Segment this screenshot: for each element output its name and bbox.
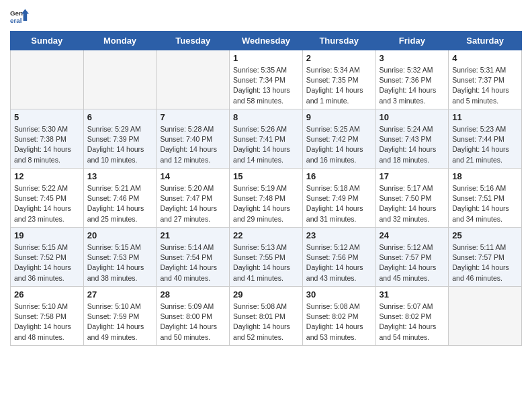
cell-info: Sunrise: 5:10 AMSunset: 7:58 PMDaylight:…: [14, 302, 80, 342]
calendar-cell: 27Sunrise: 5:10 AMSunset: 7:59 PMDayligh…: [83, 287, 157, 346]
date-number: 15: [233, 171, 299, 181]
calendar-cell: 9Sunrise: 5:25 AMSunset: 7:42 PMDaylight…: [302, 109, 375, 169]
calendar-cell: 5Sunrise: 5:30 AMSunset: 7:38 PMDaylight…: [11, 109, 84, 169]
cell-info: Sunrise: 5:29 AMSunset: 7:39 PMDaylight:…: [87, 124, 153, 165]
day-header-sunday: Sunday: [11, 32, 84, 50]
calendar-cell: [449, 287, 522, 346]
header: Gen eral: [10, 7, 522, 26]
cell-info: Sunrise: 5:17 AMSunset: 7:50 PMDaylight:…: [380, 183, 445, 224]
date-number: 27: [87, 289, 153, 300]
date-number: 5: [14, 112, 80, 122]
calendar-week-2: 5Sunrise: 5:30 AMSunset: 7:38 PMDaylight…: [11, 109, 522, 169]
logo: Gen eral: [10, 7, 32, 26]
date-number: 18: [452, 171, 518, 181]
date-number: 21: [160, 230, 226, 240]
cell-info: Sunrise: 5:35 AMSunset: 7:34 PMDaylight:…: [233, 65, 299, 106]
calendar-cell: 7Sunrise: 5:28 AMSunset: 7:40 PMDaylight…: [157, 109, 230, 169]
cell-info: Sunrise: 5:21 AMSunset: 7:46 PMDaylight:…: [87, 183, 153, 224]
calendar-week-3: 12Sunrise: 5:22 AMSunset: 7:45 PMDayligh…: [11, 169, 522, 228]
date-number: 17: [380, 171, 445, 181]
day-header-tuesday: Tuesday: [157, 32, 230, 50]
svg-text:Gen: Gen: [10, 9, 23, 17]
calendar-cell: 30Sunrise: 5:08 AMSunset: 8:02 PMDayligh…: [302, 287, 375, 346]
day-header-friday: Friday: [375, 32, 449, 50]
calendar-week-4: 19Sunrise: 5:15 AMSunset: 7:52 PMDayligh…: [11, 228, 522, 287]
date-number: 8: [233, 112, 299, 122]
date-number: 4: [452, 53, 518, 63]
calendar-cell: 25Sunrise: 5:11 AMSunset: 7:57 PMDayligh…: [449, 228, 522, 287]
date-number: 3: [380, 53, 445, 63]
date-number: 11: [452, 112, 518, 122]
calendar-cell: [11, 50, 84, 109]
date-number: 9: [306, 112, 372, 122]
calendar-cell: 23Sunrise: 5:12 AMSunset: 7:56 PMDayligh…: [302, 228, 375, 287]
calendar-cell: 31Sunrise: 5:07 AMSunset: 8:02 PMDayligh…: [375, 287, 449, 346]
cell-info: Sunrise: 5:07 AMSunset: 8:02 PMDaylight:…: [380, 302, 445, 342]
calendar-cell: 4Sunrise: 5:31 AMSunset: 7:37 PMDaylight…: [449, 50, 522, 109]
calendar-week-1: 1Sunrise: 5:35 AMSunset: 7:34 PMDaylight…: [11, 50, 522, 109]
date-number: 2: [306, 53, 372, 63]
cell-info: Sunrise: 5:26 AMSunset: 7:41 PMDaylight:…: [233, 124, 299, 165]
date-number: 19: [14, 230, 80, 240]
date-number: 16: [306, 171, 372, 181]
cell-info: Sunrise: 5:28 AMSunset: 7:40 PMDaylight:…: [160, 124, 226, 165]
date-number: 22: [233, 230, 299, 240]
cell-info: Sunrise: 5:15 AMSunset: 7:52 PMDaylight:…: [14, 242, 80, 283]
date-number: 20: [87, 230, 153, 240]
date-number: 30: [306, 289, 372, 300]
calendar-cell: 17Sunrise: 5:17 AMSunset: 7:50 PMDayligh…: [375, 169, 449, 228]
cell-info: Sunrise: 5:24 AMSunset: 7:43 PMDaylight:…: [380, 124, 445, 165]
calendar-cell: [157, 50, 230, 109]
date-number: 10: [380, 112, 445, 122]
cell-info: Sunrise: 5:13 AMSunset: 7:55 PMDaylight:…: [233, 242, 299, 283]
cell-info: Sunrise: 5:18 AMSunset: 7:49 PMDaylight:…: [306, 183, 372, 224]
cell-info: Sunrise: 5:08 AMSunset: 8:02 PMDaylight:…: [306, 302, 372, 342]
cell-info: Sunrise: 5:10 AMSunset: 7:59 PMDaylight:…: [87, 302, 153, 342]
date-number: 26: [14, 289, 80, 300]
calendar-cell: 16Sunrise: 5:18 AMSunset: 7:49 PMDayligh…: [302, 169, 375, 228]
date-number: 1: [233, 53, 299, 63]
calendar-cell: 18Sunrise: 5:16 AMSunset: 7:51 PMDayligh…: [449, 169, 522, 228]
cell-info: Sunrise: 5:12 AMSunset: 7:56 PMDaylight:…: [306, 242, 372, 283]
svg-text:eral: eral: [10, 17, 22, 24]
calendar-cell: 12Sunrise: 5:22 AMSunset: 7:45 PMDayligh…: [11, 169, 84, 228]
date-number: 31: [380, 289, 445, 300]
cell-info: Sunrise: 5:23 AMSunset: 7:44 PMDaylight:…: [452, 124, 518, 165]
date-number: 13: [87, 171, 153, 181]
calendar-cell: 29Sunrise: 5:08 AMSunset: 8:01 PMDayligh…: [230, 287, 303, 346]
day-header-thursday: Thursday: [302, 32, 375, 50]
date-number: 24: [380, 230, 445, 240]
date-number: 28: [160, 289, 226, 300]
cell-info: Sunrise: 5:08 AMSunset: 8:01 PMDaylight:…: [233, 302, 299, 342]
cell-info: Sunrise: 5:32 AMSunset: 7:36 PMDaylight:…: [380, 65, 445, 106]
date-number: 6: [87, 112, 153, 122]
calendar-cell: 11Sunrise: 5:23 AMSunset: 7:44 PMDayligh…: [449, 109, 522, 169]
day-header-monday: Monday: [83, 32, 157, 50]
cell-info: Sunrise: 5:15 AMSunset: 7:53 PMDaylight:…: [87, 242, 153, 283]
calendar-week-5: 26Sunrise: 5:10 AMSunset: 7:58 PMDayligh…: [11, 287, 522, 346]
calendar-cell: 21Sunrise: 5:14 AMSunset: 7:54 PMDayligh…: [157, 228, 230, 287]
date-number: 14: [160, 171, 226, 181]
cell-info: Sunrise: 5:30 AMSunset: 7:38 PMDaylight:…: [14, 124, 80, 165]
logo-icon: Gen eral: [10, 7, 29, 26]
calendar-header-row: SundayMondayTuesdayWednesdayThursdayFrid…: [11, 32, 522, 50]
calendar-cell: 28Sunrise: 5:09 AMSunset: 8:00 PMDayligh…: [157, 287, 230, 346]
calendar-cell: 22Sunrise: 5:13 AMSunset: 7:55 PMDayligh…: [230, 228, 303, 287]
calendar-cell: 10Sunrise: 5:24 AMSunset: 7:43 PMDayligh…: [375, 109, 449, 169]
calendar-cell: 6Sunrise: 5:29 AMSunset: 7:39 PMDaylight…: [83, 109, 157, 169]
cell-info: Sunrise: 5:34 AMSunset: 7:35 PMDaylight:…: [306, 65, 372, 106]
cell-info: Sunrise: 5:22 AMSunset: 7:45 PMDaylight:…: [14, 183, 80, 224]
calendar-cell: 26Sunrise: 5:10 AMSunset: 7:58 PMDayligh…: [11, 287, 84, 346]
cell-info: Sunrise: 5:14 AMSunset: 7:54 PMDaylight:…: [160, 242, 226, 283]
calendar-cell: 13Sunrise: 5:21 AMSunset: 7:46 PMDayligh…: [83, 169, 157, 228]
calendar-cell: [83, 50, 157, 109]
cell-info: Sunrise: 5:09 AMSunset: 8:00 PMDaylight:…: [160, 302, 226, 342]
calendar-cell: 3Sunrise: 5:32 AMSunset: 7:36 PMDaylight…: [375, 50, 449, 109]
calendar-cell: 24Sunrise: 5:12 AMSunset: 7:57 PMDayligh…: [375, 228, 449, 287]
calendar-body: 1Sunrise: 5:35 AMSunset: 7:34 PMDaylight…: [11, 50, 522, 346]
cell-info: Sunrise: 5:20 AMSunset: 7:47 PMDaylight:…: [160, 183, 226, 224]
date-number: 23: [306, 230, 372, 240]
cell-info: Sunrise: 5:25 AMSunset: 7:42 PMDaylight:…: [306, 124, 372, 165]
cell-info: Sunrise: 5:19 AMSunset: 7:48 PMDaylight:…: [233, 183, 299, 224]
calendar-cell: 19Sunrise: 5:15 AMSunset: 7:52 PMDayligh…: [11, 228, 84, 287]
